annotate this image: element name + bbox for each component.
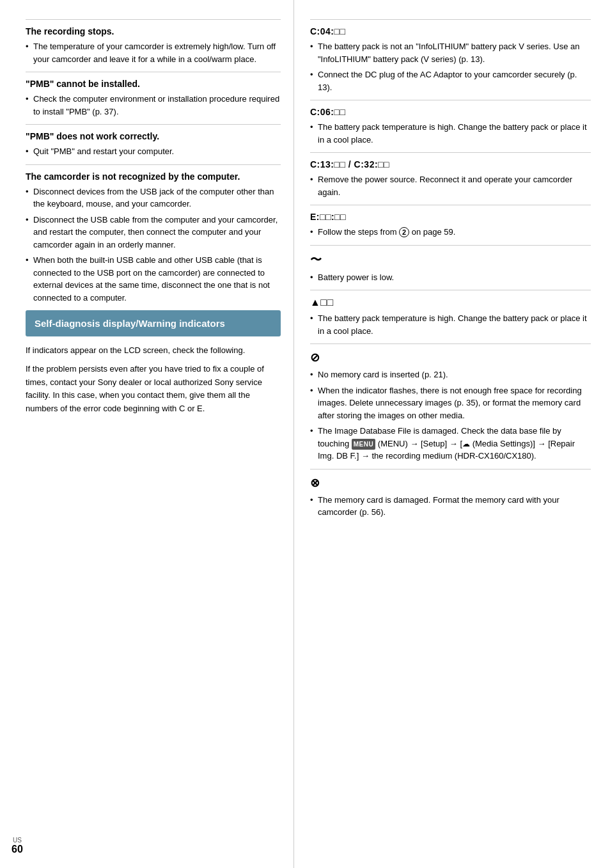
page-label: US: [13, 837, 22, 844]
page-container: The recording stops. The temperature of …: [0, 0, 610, 868]
page-number: 60: [12, 844, 23, 855]
bullet-list-pmb-work: Quit "PMB" and restart your computer.: [26, 145, 281, 158]
bullet-list-card-damaged: The memory card is damaged. Format the m…: [310, 494, 591, 519]
bullet-list-recording-stops: The temperature of your camcorder is ext…: [26, 40, 281, 65]
bullet-item: The Image Database File is damaged. Chec…: [310, 425, 591, 462]
bullet-item: When both the built-in USB cable and oth…: [26, 254, 281, 304]
section-title-camcorder-not-recognized: The camcorder is not recognized by the c…: [26, 171, 281, 182]
section-card-damaged: ⊗ The memory card is damaged. Format the…: [310, 469, 591, 519]
bullet-item: The battery pack is not an "InfoLITHIUM"…: [310, 40, 591, 65]
bullet-item: No memory card is inserted (p. 21).: [310, 368, 591, 381]
highlight-box-title: Self-diagnosis display/Warning indicator…: [35, 317, 272, 330]
media-settings-icon: ☁: [462, 439, 470, 448]
intro-text-1: If indicators appear on the LCD screen, …: [26, 344, 281, 358]
highlight-box-self-diagnosis: Self-diagnosis display/Warning indicator…: [26, 310, 281, 336]
section-camcorder-not-recognized: The camcorder is not recognized by the c…: [26, 164, 281, 304]
section-recording-stops: The recording stops. The temperature of …: [26, 19, 281, 65]
left-column: The recording stops. The temperature of …: [0, 0, 294, 868]
battery-temp-icon: ▲□□: [310, 297, 591, 308]
section-title-recording-stops: The recording stops.: [26, 26, 281, 36]
section-title-pmb-work: "PMB" does not work correctly.: [26, 131, 281, 141]
section-battery-low: 〜 Battery power is low.: [310, 245, 591, 284]
bullet-list-battery-temp: The battery pack temperature is high. Ch…: [310, 312, 591, 337]
code-c06: C:06:□□: [310, 107, 591, 117]
section-battery-temp: ▲□□ The battery pack temperature is high…: [310, 290, 591, 337]
intro-text-2: If the problem persists even after you h…: [26, 363, 281, 416]
battery-low-icon: 〜: [310, 252, 591, 267]
right-column: C:04:□□ The battery pack is not an "Info…: [294, 0, 610, 868]
bullet-list-battery-low: Battery power is low.: [310, 271, 591, 284]
bullet-item: Check the computer environment or instal…: [26, 93, 281, 118]
bullet-item: When the indicator flashes, there is not…: [310, 384, 591, 422]
section-c06: C:06:□□ The battery pack temperature is …: [310, 100, 591, 146]
section-e-code: E:□□:□□ Follow the steps from 2 on page …: [310, 205, 591, 239]
bullet-list-e: Follow the steps from 2 on page 59.: [310, 226, 591, 239]
section-no-memory: ⊘ No memory card is inserted (p. 21). Wh…: [310, 343, 591, 462]
bullet-list-pmb-install: Check the computer environment or instal…: [26, 93, 281, 118]
bullet-item: The battery pack temperature is high. Ch…: [310, 121, 591, 146]
bullet-item: Remove the power source. Reconnect it an…: [310, 173, 591, 198]
section-c04: C:04:□□ The battery pack is not an "Info…: [310, 19, 591, 93]
bullet-list-c13-c32: Remove the power source. Reconnect it an…: [310, 173, 591, 198]
bullet-list-camcorder-not-recognized: Disconnect devices from the USB jack of …: [26, 185, 281, 304]
bullet-item: Disconnect the USB cable from the comput…: [26, 214, 281, 251]
bullet-item: Connect the DC plug of the AC Adaptor to…: [310, 68, 591, 93]
page-number-area: US 60: [12, 837, 23, 855]
bullet-item: Disconnect devices from the USB jack of …: [26, 185, 281, 210]
bullet-item: Quit "PMB" and restart your computer.: [26, 145, 281, 158]
bullet-item: The temperature of your camcorder is ext…: [26, 40, 281, 65]
card-damaged-icon: ⊗: [310, 476, 591, 490]
bullet-list-no-memory: No memory card is inserted (p. 21). When…: [310, 368, 591, 462]
code-e: E:□□:□□: [310, 212, 591, 222]
code-c04: C:04:□□: [310, 26, 591, 36]
bullet-item: Follow the steps from 2 on page 59.: [310, 226, 591, 239]
no-memory-icon: ⊘: [310, 351, 591, 365]
bullet-item: Battery power is low.: [310, 271, 591, 284]
bullet-list-c04: The battery pack is not an "InfoLITHIUM"…: [310, 40, 591, 93]
section-pmb-install: "PMB" cannot be installed. Check the com…: [26, 72, 281, 118]
bullet-item: The battery pack temperature is high. Ch…: [310, 312, 591, 337]
section-pmb-work: "PMB" does not work correctly. Quit "PMB…: [26, 124, 281, 158]
code-c13-c32: C:13:□□ / C:32:□□: [310, 159, 591, 170]
section-c13-c32: C:13:□□ / C:32:□□ Remove the power sourc…: [310, 152, 591, 198]
bullet-item: The memory card is damaged. Format the m…: [310, 494, 591, 519]
circle-2-icon: 2: [399, 227, 409, 237]
section-title-pmb-install: "PMB" cannot be installed.: [26, 79, 281, 89]
menu-icon: MENU: [352, 439, 375, 450]
bullet-list-c06: The battery pack temperature is high. Ch…: [310, 121, 591, 146]
